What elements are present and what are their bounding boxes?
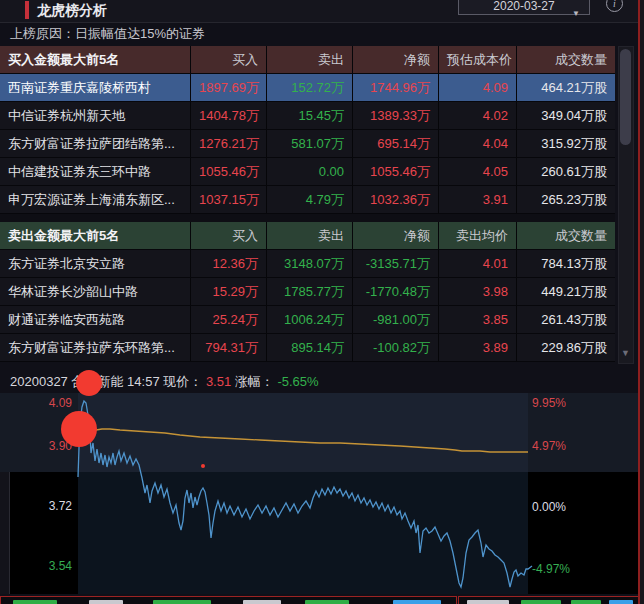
table-row[interactable]: 华林证券长沙韶山中路15.29万1785.77万-1770.48万3.98449… bbox=[0, 278, 615, 306]
scrollbar-thumb[interactable] bbox=[620, 49, 631, 145]
buy-signal-marker-icon bbox=[61, 411, 97, 447]
buy-table-title: 买入金额最大前5名 bbox=[0, 46, 190, 73]
y-axis-pct-up-limit: 9.95% bbox=[532, 397, 592, 410]
table-row[interactable]: 中信证券杭州新天地1404.78万15.45万1389.33万4.02349.0… bbox=[0, 102, 615, 130]
sell-amount: 1006.24万 bbox=[266, 306, 352, 333]
date-select[interactable]: 2020-03-27 ▼ bbox=[458, 0, 590, 15]
price: 4.02 bbox=[438, 102, 516, 129]
y-axis-pct-up-half: 4.97% bbox=[532, 440, 592, 453]
chart-price-label: 现价： bbox=[163, 374, 202, 389]
broker-name: 东方财富证券拉萨团结路第... bbox=[0, 130, 190, 157]
price: 3.85 bbox=[438, 306, 516, 333]
table-row[interactable]: 东方证券北京安立路12.36万3148.07万-3135.71万4.01784.… bbox=[0, 250, 615, 278]
bottom-status-strip-right bbox=[458, 596, 640, 604]
broker-name: 东方财富证券拉萨东环路第... bbox=[0, 334, 190, 361]
chart-header: 20200327 合康新能 14:57 现价： 3.51 涨幅： -5.65% bbox=[10, 373, 319, 391]
table-row[interactable]: 申万宏源证券上海浦东新区...1037.15万4.79万1032.36万3.91… bbox=[0, 186, 615, 214]
chart-change-percent: -5.65% bbox=[277, 374, 318, 389]
col-buy: 买入 bbox=[190, 222, 266, 249]
volume: 449.21万股 bbox=[516, 278, 615, 305]
buy-amount: 794.31万 bbox=[190, 334, 266, 361]
cutoff-text-fragment bbox=[153, 600, 211, 604]
volume: 260.61万股 bbox=[516, 158, 615, 185]
sell-amount: 1785.77万 bbox=[266, 278, 352, 305]
col-sell: 卖出 bbox=[266, 46, 352, 73]
col-cost: 预估成本价 bbox=[438, 46, 516, 73]
net-amount: 1032.36万 bbox=[352, 186, 438, 213]
buy-amount: 1055.46万 bbox=[190, 158, 266, 185]
title-bar: 龙虎榜分析 2020-03-27 ▼ i bbox=[0, 0, 644, 23]
col-avg-price: 卖出均价 bbox=[438, 222, 516, 249]
price: 3.98 bbox=[438, 278, 516, 305]
chart-quote-time: 14:57 bbox=[127, 374, 160, 389]
col-net: 净额 bbox=[352, 46, 438, 73]
cutoff-text-fragment bbox=[609, 600, 633, 604]
table-row[interactable]: 西南证券重庆嘉陵桥西村1897.69万152.72万1744.96万4.0946… bbox=[0, 74, 615, 102]
sell-amount: 152.72万 bbox=[266, 74, 352, 101]
col-volume: 成交数量 bbox=[516, 46, 615, 73]
y-axis-pct-zero: 0.00% bbox=[532, 501, 592, 514]
sell-amount: 0.00 bbox=[266, 158, 352, 185]
table-row[interactable]: 东方财富证券拉萨东环路第...794.31万895.14万-100.82万3.8… bbox=[0, 334, 615, 362]
broker-name: 中信证券杭州新天地 bbox=[0, 102, 190, 129]
info-icon[interactable]: i bbox=[606, 0, 623, 12]
broker-tables: 买入金额最大前5名 买入 卖出 净额 预估成本价 成交数量 西南证券重庆嘉陵桥西… bbox=[0, 46, 615, 362]
sell-table-title: 卖出金额最大前5名 bbox=[0, 222, 190, 249]
price: 4.04 bbox=[438, 130, 516, 157]
volume: 229.86万股 bbox=[516, 334, 615, 361]
scrollbar-down-arrow-icon[interactable]: ▼ bbox=[621, 348, 630, 358]
broker-name: 中信建投证券东三环中路 bbox=[0, 158, 190, 185]
buy-amount: 1897.69万 bbox=[190, 74, 266, 101]
cutoff-text-fragment bbox=[243, 600, 281, 604]
sell-amount: 3148.07万 bbox=[266, 250, 352, 277]
price: 4.01 bbox=[438, 250, 516, 277]
buy-amount: 25.24万 bbox=[190, 306, 266, 333]
cutoff-text-fragment bbox=[571, 600, 601, 604]
buy-amount: 1276.21万 bbox=[190, 130, 266, 157]
buy-amount: 12.36万 bbox=[190, 250, 266, 277]
listing-reason: 上榜原因：日振幅值达15%的证券 bbox=[10, 24, 205, 44]
broker-name: 西南证券重庆嘉陵桥西村 bbox=[0, 74, 190, 101]
col-buy: 买入 bbox=[190, 46, 266, 73]
volume: 349.04万股 bbox=[516, 102, 615, 129]
sell-amount: 581.07万 bbox=[266, 130, 352, 157]
price: 3.91 bbox=[438, 186, 516, 213]
sell-amount: 15.45万 bbox=[266, 102, 352, 129]
table-row[interactable]: 财通证券临安西苑路25.24万1006.24万-981.00万3.85261.4… bbox=[0, 306, 615, 334]
window-right-edge bbox=[640, 0, 644, 604]
broker-name: 申万宏源证券上海浦东新区... bbox=[0, 186, 190, 213]
y-axis-price-4-09: 4.09 bbox=[28, 397, 72, 410]
sell-table-header: 卖出金额最大前5名 买入 卖出 净额 卖出均价 成交数量 bbox=[0, 222, 615, 250]
chart-change-label: 涨幅： bbox=[235, 374, 274, 389]
trade-dot-marker bbox=[201, 464, 205, 468]
net-amount: 1744.96万 bbox=[352, 74, 438, 101]
volume: 464.21万股 bbox=[516, 74, 615, 101]
broker-name: 财通证券临安西苑路 bbox=[0, 306, 190, 333]
net-amount: -3135.71万 bbox=[352, 250, 438, 277]
cutoff-text-fragment bbox=[467, 600, 509, 604]
y-axis-price-3-72: 3.72 bbox=[28, 500, 72, 513]
price: 4.09 bbox=[438, 74, 516, 101]
date-value: 2020-03-27 bbox=[493, 0, 554, 13]
broker-name: 东方证券北京安立路 bbox=[0, 250, 190, 277]
buy-amount: 1037.15万 bbox=[190, 186, 266, 213]
buy-amount: 1404.78万 bbox=[190, 102, 266, 129]
cutoff-text-fragment bbox=[13, 600, 57, 604]
table-gap bbox=[0, 214, 615, 222]
cutoff-text-fragment bbox=[521, 600, 561, 604]
intraday-chart-panel[interactable]: 20200327 合康新能 14:57 现价： 3.51 涨幅： -5.65% … bbox=[0, 372, 644, 594]
cutoff-text-fragment bbox=[89, 600, 123, 604]
chart-current-price: 3.51 bbox=[206, 374, 231, 389]
y-axis-pct-down-half: -4.97% bbox=[532, 563, 592, 576]
sell-amount: 895.14万 bbox=[266, 334, 352, 361]
price: 3.89 bbox=[438, 334, 516, 361]
price: 4.05 bbox=[438, 158, 516, 185]
table-row[interactable]: 中信建投证券东三环中路1055.46万0.001055.46万4.05260.6… bbox=[0, 158, 615, 186]
net-amount: 1055.46万 bbox=[352, 158, 438, 185]
table-row[interactable]: 东方财富证券拉萨团结路第...1276.21万581.07万695.14万4.0… bbox=[0, 130, 615, 158]
buy-amount: 15.29万 bbox=[190, 278, 266, 305]
net-amount: -1770.48万 bbox=[352, 278, 438, 305]
chevron-down-icon: ▼ bbox=[572, 3, 580, 25]
net-amount: 695.14万 bbox=[352, 130, 438, 157]
title-accent-bar bbox=[25, 1, 29, 19]
